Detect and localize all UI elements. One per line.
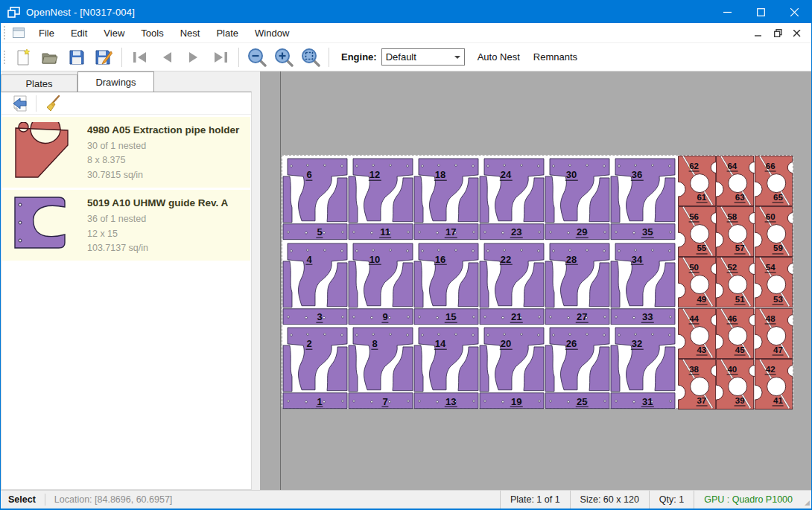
zoom-out-icon	[247, 48, 267, 67]
panel-splitter[interactable]	[252, 71, 260, 490]
nested-part-pair[interactable]: 4847	[755, 308, 793, 359]
menu-item-plate[interactable]: Plate	[208, 25, 247, 42]
tab-plates[interactable]: Plates	[1, 74, 77, 92]
part-number: 39	[735, 397, 746, 407]
auto-nest-button[interactable]: Auto Nest	[471, 47, 527, 67]
nested-part-pair[interactable]: 1817	[413, 156, 479, 240]
part-number: 41	[773, 397, 784, 407]
drawing-list-item[interactable]: 4980 A05 Extraction pipe holder 30 of 1 …	[2, 117, 250, 188]
nested-part-pair[interactable]: 43	[282, 240, 348, 325]
next-plate-button[interactable]	[180, 45, 207, 69]
zoom-in-button[interactable]	[270, 45, 297, 69]
nest-canvas[interactable]: 6512111817242330293635431091615222128273…	[260, 71, 811, 490]
drawing-nested-count: 36 of 1 nested	[87, 212, 246, 226]
nested-part-pair[interactable]: 3029	[545, 156, 610, 240]
plate-qty: Qty: 1	[649, 491, 694, 509]
toolbar-grip[interactable]	[4, 51, 7, 64]
open-button[interactable]	[37, 45, 63, 69]
engine-select[interactable]: Default	[381, 48, 465, 66]
part-number: 14	[434, 339, 446, 350]
save-button[interactable]	[63, 45, 90, 69]
drawing-title: 4980 A05 Extraction pipe holder	[87, 124, 246, 136]
mdi-close-button[interactable]	[787, 25, 807, 42]
mdi-minimize-button[interactable]	[749, 25, 768, 42]
zoom-out-button[interactable]	[244, 45, 270, 69]
zoom-fit-icon	[301, 48, 320, 67]
nested-part-pair[interactable]: 5655	[678, 206, 716, 257]
nested-part-pair[interactable]: 5453	[755, 257, 793, 307]
last-plate-button[interactable]	[207, 45, 234, 69]
nested-part-pair[interactable]: 2625	[545, 325, 610, 409]
nested-part-pair[interactable]: 5251	[716, 257, 754, 307]
nested-part-pair[interactable]: 6463	[716, 156, 754, 206]
nested-part-pair[interactable]: 2423	[479, 156, 545, 240]
clean-button[interactable]	[41, 94, 63, 113]
remnants-button[interactable]: Remnants	[527, 47, 584, 67]
minimize-button[interactable]	[711, 1, 744, 23]
nested-part-pair[interactable]: 1413	[413, 325, 479, 409]
mdi-restore-button[interactable]	[768, 25, 787, 42]
menu-item-tools[interactable]: Tools	[133, 25, 171, 42]
first-plate-button[interactable]	[127, 45, 153, 69]
part-number: 10	[369, 254, 381, 265]
nested-part-pair[interactable]: 3635	[610, 156, 676, 240]
part-number: 36	[631, 170, 643, 181]
nested-part-pair[interactable]: 4443	[678, 308, 716, 359]
go-next-icon	[184, 48, 203, 66]
save-as-button[interactable]	[90, 45, 117, 69]
menu-item-nest[interactable]: Nest	[172, 25, 209, 42]
document-icon[interactable]	[13, 28, 25, 38]
nested-part-pair[interactable]: 2827	[545, 240, 610, 325]
return-part-button[interactable]	[9, 94, 31, 113]
broom-icon	[43, 95, 61, 112]
nested-part-pair[interactable]: 5857	[716, 206, 754, 257]
nested-part-pair[interactable]: 6665	[755, 156, 793, 206]
nested-part-pair[interactable]: 4241	[755, 359, 793, 409]
part-number: 3	[317, 312, 323, 323]
nested-part-pair[interactable]: 6261	[678, 156, 716, 206]
nested-part-pair[interactable]: 5049	[678, 257, 716, 307]
nested-part-pair[interactable]: 3231	[610, 325, 676, 409]
menu-item-window[interactable]: Window	[247, 25, 297, 42]
part-number: 55	[696, 244, 707, 254]
part-number: 62	[688, 162, 700, 171]
nested-part-pair[interactable]: 21	[282, 325, 348, 409]
drawing-list-item[interactable]: 5019 A10 UHMW guide Rev. A 36 of 1 neste…	[2, 190, 250, 261]
menu-item-view[interactable]: View	[95, 25, 133, 42]
part-number: 42	[765, 365, 776, 374]
nested-part-pair[interactable]: 2019	[479, 325, 545, 409]
nested-part-pair[interactable]: 87	[348, 325, 413, 409]
resize-grip[interactable]: ◢	[802, 491, 811, 509]
menu-item-file[interactable]: File	[31, 25, 63, 42]
menu-item-edit[interactable]: Edit	[63, 25, 95, 42]
plate-surface[interactable]: 6512111817242330293635431091615222128273…	[282, 155, 793, 409]
menubar-grip[interactable]	[4, 26, 7, 39]
tab-drawings[interactable]: Drawings	[77, 71, 154, 92]
close-button[interactable]	[778, 1, 811, 23]
nested-part-pair[interactable]: 109	[348, 240, 413, 325]
go-last-icon	[211, 48, 230, 66]
nested-part-pair[interactable]: 3433	[610, 240, 676, 325]
part-number: 8	[371, 339, 378, 350]
previous-plate-button[interactable]	[153, 45, 180, 69]
maximize-button[interactable]	[744, 1, 778, 23]
part-number: 21	[510, 312, 522, 323]
part-number: 49	[696, 295, 707, 305]
nested-part-pair[interactable]: 65	[282, 156, 348, 240]
new-button[interactable]	[10, 45, 37, 69]
nested-part-pair[interactable]: 4039	[716, 359, 754, 409]
nested-part-pair[interactable]: 3837	[678, 359, 716, 409]
zoom-fit-button[interactable]	[297, 45, 324, 69]
nested-part-pair[interactable]: 4645	[716, 308, 754, 359]
mode-indicator: Select	[1, 494, 45, 505]
nested-part-pair[interactable]: 6059	[755, 206, 793, 257]
part-number: 35	[641, 227, 653, 238]
nested-part-pair[interactable]: 1615	[413, 240, 479, 325]
chevron-down-icon[interactable]	[451, 49, 464, 65]
nested-part-pair[interactable]: 2221	[479, 240, 545, 325]
nested-part-pair[interactable]: 1211	[348, 156, 413, 240]
part-number: 29	[576, 227, 588, 238]
part-number: 46	[726, 314, 738, 324]
part-number: 38	[688, 365, 700, 374]
drawings-toolbar	[1, 92, 251, 115]
